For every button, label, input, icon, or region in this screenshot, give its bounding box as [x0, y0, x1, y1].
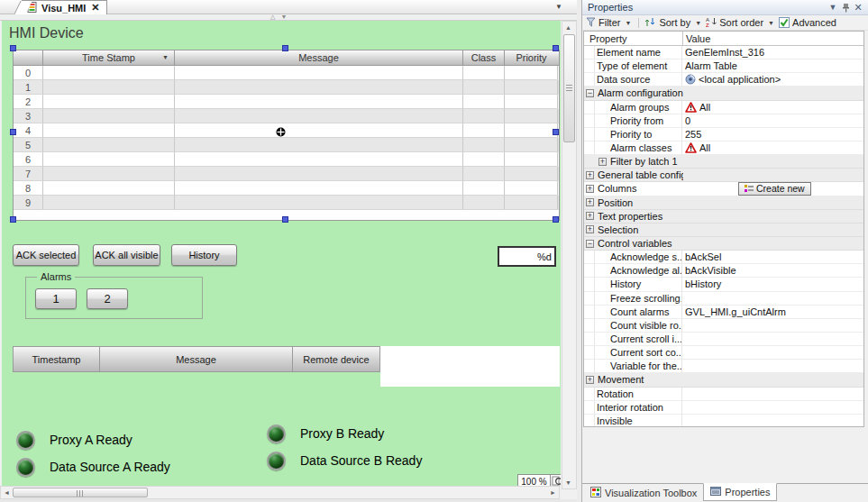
selection-handle-top-center[interactable]	[282, 45, 288, 51]
property-row[interactable]: Alarm groupsAll	[584, 101, 863, 114]
property-section-row[interactable]: −Alarm configuration	[584, 87, 863, 100]
ack-all-visible-button[interactable]: ACK all visible	[93, 244, 160, 266]
tab-visualization-toolbox[interactable]: Visualization Toolbox	[584, 484, 703, 502]
expand-toggle-icon[interactable]: +	[586, 212, 594, 220]
property-row[interactable]: +ColumnsCreate new	[584, 182, 863, 196]
property-row[interactable]: HistorybHistory	[584, 278, 863, 291]
alarm-page-2-button[interactable]: 2	[87, 288, 128, 309]
remote-column-header[interactable]: Message	[99, 346, 292, 372]
advanced-checkbox[interactable]	[779, 17, 790, 28]
property-value-cell[interactable]: Alarm Table	[682, 59, 863, 72]
filter-button[interactable]: Filter	[598, 17, 620, 28]
property-value-cell[interactable]: bAckVisible	[682, 264, 863, 277]
property-section-row[interactable]: +Movement	[584, 373, 863, 387]
history-button[interactable]: History	[171, 244, 237, 266]
vertical-scroll-thumb[interactable]	[563, 34, 575, 142]
expand-toggle-icon[interactable]: +	[586, 185, 594, 193]
property-row[interactable]: Data source<local application>	[584, 73, 863, 87]
property-value-cell[interactable]: All	[682, 141, 863, 154]
count-display-field[interactable]: %d	[498, 246, 556, 267]
advanced-checkbox-label[interactable]: Advanced	[792, 17, 836, 28]
expand-toggle-icon[interactable]: +	[586, 376, 594, 384]
tab-list-dropdown-icon[interactable]: ▼	[555, 3, 562, 11]
property-value-cell[interactable]	[683, 237, 863, 250]
property-section-row[interactable]: +Text properties	[584, 210, 863, 224]
value-column-header[interactable]: Value	[682, 32, 863, 45]
property-row[interactable]: Acknowledge al...bAckVisible	[584, 264, 863, 278]
scroll-up-icon[interactable]: ▲	[562, 22, 574, 33]
expand-toggle-icon[interactable]: +	[598, 158, 607, 166]
property-section-row[interactable]: +General table config...	[584, 169, 863, 182]
expand-toggle-icon[interactable]: +	[586, 171, 594, 179]
property-value-cell[interactable]: <local application>	[682, 73, 863, 86]
property-value-cell[interactable]	[683, 196, 863, 209]
expand-toggle-icon[interactable]: −	[586, 89, 594, 97]
property-value[interactable]: bHistory	[685, 278, 721, 289]
property-value-cell[interactable]	[682, 292, 863, 305]
property-value-cell[interactable]	[683, 210, 863, 223]
element-center-crosshair-icon[interactable]	[276, 127, 286, 139]
property-row[interactable]: Invisible	[584, 415, 863, 427]
sort-by-dropdown-icon[interactable]: ▼	[695, 20, 701, 26]
alarm-table-row[interactable]: 9	[14, 196, 559, 210]
property-value-cell[interactable]: 0	[682, 114, 863, 127]
property-section-row[interactable]: +Position	[584, 196, 863, 210]
selection-handle-mid-right[interactable]	[553, 129, 559, 135]
selection-handle-top-right[interactable]	[553, 45, 559, 51]
splitter-arrows-icon[interactable]: △▼	[270, 14, 292, 21]
property-value[interactable]: bAckSel	[685, 251, 721, 262]
sort-order-dropdown-icon[interactable]: ▼	[768, 20, 774, 26]
alarm-table-row[interactable]: 3	[14, 109, 559, 123]
property-value[interactable]: 0	[685, 115, 690, 126]
property-value[interactable]: GVL_HMI.g_uiCntAlrm	[685, 306, 786, 317]
sort-order-button[interactable]: Sort order	[719, 17, 763, 28]
property-row[interactable]: Element nameGenElemInst_316	[584, 46, 863, 59]
property-row[interactable]: Current scroll i...	[584, 333, 863, 346]
property-value[interactable]: All	[699, 102, 710, 113]
visualization-canvas[interactable]: HMI Device Time Stamp▼MessageClassPriori…	[2, 21, 561, 486]
scroll-down-icon[interactable]: ▼	[562, 477, 574, 488]
expand-toggle-icon[interactable]: −	[586, 240, 594, 248]
property-value-cell[interactable]: Create new	[683, 182, 863, 195]
alarm-column-header[interactable]: Time Stamp▼	[43, 50, 175, 65]
property-value-cell[interactable]	[682, 346, 863, 359]
property-row[interactable]: Priority from0	[584, 114, 863, 128]
alarm-table-row[interactable]: 1	[14, 80, 559, 95]
tab-visu-hmi[interactable]: Visu_HMI ✕	[22, 0, 107, 14]
property-row[interactable]: Variable for the...	[584, 360, 863, 373]
selection-handle-bottom-center[interactable]	[282, 216, 288, 223]
close-tab-icon[interactable]: ✕	[91, 2, 99, 14]
property-value[interactable]: GenElemInst_316	[685, 47, 764, 58]
property-value-cell[interactable]	[682, 388, 863, 400]
property-value-cell[interactable]	[683, 373, 863, 386]
property-value-cell[interactable]	[683, 155, 863, 168]
property-value-cell[interactable]: bHistory	[682, 278, 863, 290]
property-value[interactable]: <local application>	[699, 74, 781, 85]
property-value-cell[interactable]: GVL_HMI.g_uiCntAlrm	[682, 306, 863, 318]
alarm-table-row[interactable]: 2	[14, 95, 559, 109]
property-row[interactable]: Rotation	[584, 388, 863, 401]
selection-handle-bottom-right[interactable]	[553, 216, 559, 223]
pin-icon[interactable]	[839, 3, 852, 13]
property-value-cell[interactable]: All	[682, 101, 863, 114]
create-new-button[interactable]: Create new	[738, 182, 811, 195]
selection-handle-top-left[interactable]	[10, 45, 16, 51]
alarm-table-row[interactable]: 0	[14, 66, 559, 80]
sort-by-button[interactable]: Sort by	[659, 17, 690, 28]
property-value-cell[interactable]	[682, 319, 863, 332]
alarm-page-1-button[interactable]: 1	[35, 288, 77, 309]
property-section-row[interactable]: +Selection	[584, 224, 863, 237]
horizontal-scroll-thumb[interactable]	[13, 488, 148, 497]
property-value-cell[interactable]: 255	[682, 128, 863, 141]
alarm-table[interactable]: Time Stamp▼MessageClassPriority 01234567…	[13, 50, 560, 221]
property-value[interactable]: Alarm Table	[685, 60, 737, 71]
alarm-table-row[interactable]: 4	[14, 123, 559, 138]
selection-handle-bottom-left[interactable]	[10, 216, 16, 223]
alarm-column-header[interactable]: Priority	[505, 50, 558, 65]
selection-handle-mid-left[interactable]	[10, 129, 16, 135]
property-value-cell[interactable]	[682, 401, 863, 414]
property-row[interactable]: Interior rotation	[584, 401, 863, 415]
horizontal-scrollbar[interactable]: ◄ ►	[0, 486, 560, 499]
alarm-table-row[interactable]: 7	[14, 167, 559, 181]
property-column-header[interactable]: Property	[584, 32, 682, 45]
